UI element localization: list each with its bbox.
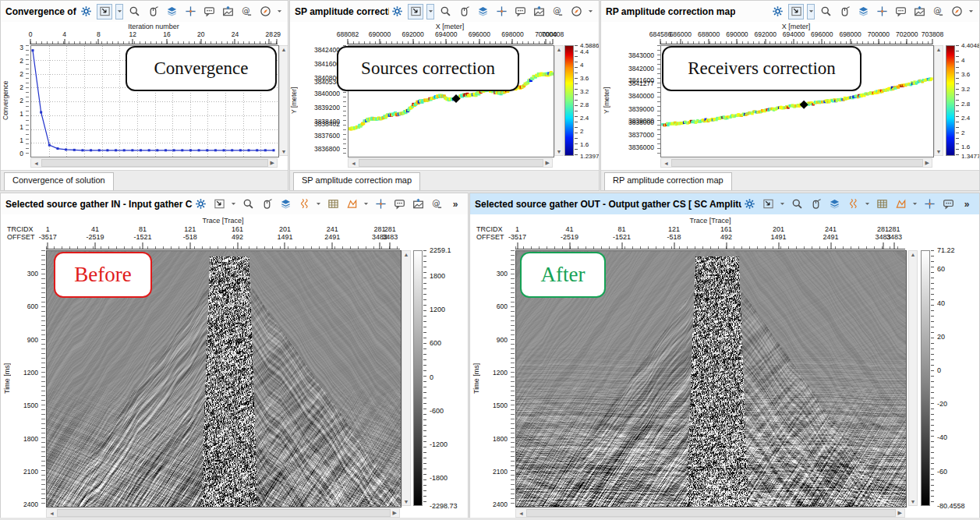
magnifier-icon[interactable]: [437, 4, 453, 19]
scrollbar-thumb[interactable]: [671, 159, 923, 167]
polygon-icon[interactable]: [344, 196, 359, 212]
scroll-down-icon[interactable]: ▼: [281, 149, 287, 154]
dropdown-caret-icon[interactable]: [807, 4, 815, 19]
magnifier-icon[interactable]: [126, 4, 142, 19]
scrollbar-thumb[interactable]: [526, 509, 896, 517]
scroll-up-icon[interactable]: ▲: [936, 47, 942, 52]
mouse-icon[interactable]: [456, 4, 472, 19]
dropdown-caret-icon[interactable]: [363, 197, 370, 211]
crosshair-icon[interactable]: [922, 196, 937, 212]
magnifier-icon[interactable]: [789, 196, 805, 212]
gear-icon[interactable]: [78, 4, 94, 19]
crosshair-icon[interactable]: [874, 4, 890, 19]
layers-icon[interactable]: [826, 196, 842, 212]
scroll-left-icon[interactable]: ◄: [663, 161, 669, 166]
vertical-scrollbar[interactable]: ▲ ▼: [934, 45, 943, 156]
tab-convergence-of-solution[interactable]: Convergence of solution: [4, 172, 114, 190]
comment-icon[interactable]: [893, 4, 908, 19]
scroll-down-icon[interactable]: ▼: [404, 499, 409, 504]
scroll-left-icon[interactable]: ◄: [49, 511, 55, 516]
zoom-at-icon[interactable]: @: [429, 196, 444, 212]
scroll-down-icon[interactable]: ▼: [557, 149, 562, 154]
scroll-up-icon[interactable]: ▲: [911, 252, 916, 257]
dropdown-caret-icon[interactable]: [276, 5, 283, 19]
zoom-at-icon[interactable]: @: [930, 4, 946, 19]
gear-icon[interactable]: [741, 196, 757, 212]
horizontal-scrollbar[interactable]: ◄ ▶: [348, 158, 553, 168]
comment-icon[interactable]: [391, 196, 407, 212]
scrollbar-thumb[interactable]: [57, 509, 391, 517]
dropdown-caret-icon[interactable]: [587, 5, 594, 19]
dropdown-caret-icon[interactable]: [426, 4, 434, 19]
crosshair-icon[interactable]: [182, 4, 198, 19]
scroll-left-icon[interactable]: ◄: [351, 161, 356, 166]
comment-icon[interactable]: [512, 4, 528, 19]
dropdown-caret-icon[interactable]: [968, 5, 975, 19]
horizontal-scrollbar[interactable]: ◄ ▶: [30, 158, 278, 168]
scroll-left-icon[interactable]: ◄: [518, 511, 524, 516]
dropdown-caret-icon[interactable]: [779, 197, 786, 211]
scrollbar-thumb[interactable]: [359, 159, 543, 167]
layers-icon[interactable]: [855, 4, 871, 19]
gear-icon[interactable]: [193, 196, 208, 212]
scroll-left-icon[interactable]: ◄: [34, 161, 39, 166]
horizontal-scrollbar[interactable]: ◄ ▶: [46, 508, 400, 518]
scroll-up-icon[interactable]: ▲: [281, 47, 287, 52]
image-export-icon[interactable]: [220, 4, 235, 19]
scroll-up-icon[interactable]: ▲: [404, 252, 409, 257]
scroll-right-icon[interactable]: ▶: [393, 510, 397, 516]
gear-icon[interactable]: [769, 4, 785, 19]
zoom-at-icon[interactable]: @: [550, 4, 565, 19]
horizontal-scrollbar[interactable]: ◄ ▶: [515, 508, 905, 518]
scroll-right-icon[interactable]: ▶: [898, 510, 902, 516]
fit-screen-icon[interactable]: [97, 4, 112, 19]
fit-screen-icon[interactable]: [211, 196, 227, 212]
comment-icon[interactable]: [940, 196, 956, 212]
dropdown-caret-icon[interactable]: [115, 4, 123, 19]
grid-icon[interactable]: [874, 196, 890, 212]
overflow-icon[interactable]: »: [448, 196, 463, 212]
vertical-scrollbar[interactable]: ▲ ▼: [279, 45, 288, 156]
dropdown-caret-icon[interactable]: [864, 197, 871, 211]
magnifier-icon[interactable]: [818, 4, 833, 19]
dropdown-caret-icon[interactable]: [315, 197, 322, 211]
scroll-right-icon[interactable]: ▶: [546, 160, 550, 166]
crosshair-icon[interactable]: [494, 4, 509, 19]
wiggle-icon[interactable]: [296, 196, 312, 212]
scrollbar-thumb[interactable]: [41, 159, 268, 167]
grid-icon[interactable]: [325, 196, 341, 212]
layers-icon[interactable]: [475, 4, 490, 19]
compass-icon[interactable]: [949, 4, 964, 19]
magnifier-icon[interactable]: [240, 196, 256, 212]
horizontal-scrollbar[interactable]: ◄ ▶: [660, 158, 932, 168]
scroll-right-icon[interactable]: ▶: [271, 160, 274, 166]
fit-screen-icon[interactable]: [760, 196, 776, 212]
layers-icon[interactable]: [164, 4, 179, 19]
gear-icon[interactable]: [389, 4, 405, 19]
crosshair-icon[interactable]: [373, 196, 388, 212]
mouse-icon[interactable]: [808, 196, 823, 212]
tab-sp-amplitude-correction-map[interactable]: SP amplitude correction map: [293, 172, 420, 190]
fit-screen-icon[interactable]: [408, 4, 423, 19]
scroll-right-icon[interactable]: ▶: [925, 160, 929, 166]
image-export-icon[interactable]: [911, 4, 927, 19]
layers-icon[interactable]: [278, 196, 293, 212]
mouse-icon[interactable]: [837, 4, 852, 19]
image-export-icon[interactable]: [531, 4, 547, 19]
comment-icon[interactable]: [201, 4, 217, 19]
scroll-down-icon[interactable]: ▼: [936, 149, 942, 154]
vertical-scrollbar[interactable]: ▲ ▼: [908, 250, 918, 506]
polygon-icon[interactable]: [893, 196, 908, 212]
scroll-up-icon[interactable]: ▲: [557, 47, 562, 52]
overflow-icon[interactable]: »: [959, 196, 975, 212]
mouse-icon[interactable]: [259, 196, 274, 212]
image-export-icon[interactable]: [410, 196, 426, 212]
compass-icon[interactable]: [568, 4, 584, 19]
vertical-scrollbar[interactable]: ▲ ▼: [554, 45, 564, 156]
dropdown-caret-icon[interactable]: [230, 197, 237, 211]
fit-screen-icon[interactable]: [788, 4, 804, 19]
compass-icon[interactable]: [257, 4, 273, 19]
dropdown-caret-icon[interactable]: [911, 197, 918, 211]
vertical-scrollbar[interactable]: ▲ ▼: [402, 250, 411, 506]
tab-rp-amplitude-correction-map[interactable]: RP amplitude correction map: [604, 172, 732, 190]
